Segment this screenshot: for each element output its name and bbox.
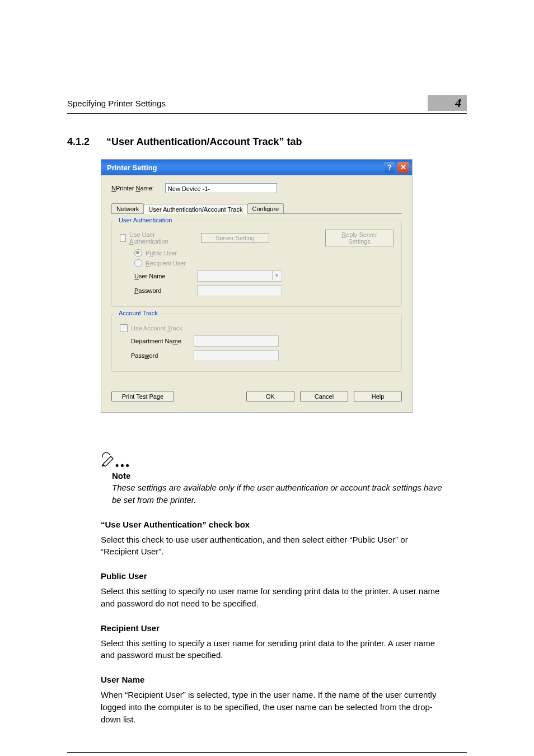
heading-use-user-auth: “Use User Authentication” check box: [101, 520, 467, 529]
tab-network[interactable]: Network: [111, 203, 144, 213]
server-setting-button[interactable]: Server Setting: [201, 233, 269, 243]
print-test-page-button[interactable]: Print Test Page: [111, 391, 174, 402]
para-public-user: Select this setting to specify no user n…: [101, 585, 442, 610]
group-user-auth: User Authentication Use User Authenticat…: [111, 221, 402, 307]
section-number: 4.1.2: [67, 136, 90, 148]
use-user-auth-label: Use User Authentication: [129, 231, 179, 245]
use-account-track-checkbox[interactable]: [120, 324, 128, 332]
section-heading: 4.1.2“User Authentication/Account Track”…: [67, 136, 467, 148]
note-icon: •••: [101, 452, 467, 469]
group-account-track: Account Track Use Account Track Departme…: [111, 314, 402, 372]
note-body: These settings are available only if the…: [112, 482, 442, 506]
printer-name-input[interactable]: New Device -1-: [165, 183, 277, 193]
heading-user-name: User Name: [101, 675, 467, 684]
user-name-label: User Name: [134, 273, 185, 279]
tab-row: Network User Authentication/Account Trac…: [111, 203, 402, 214]
tab-configure[interactable]: Configure: [247, 203, 284, 213]
track-password-label: Password: [131, 352, 181, 359]
public-user-radio[interactable]: [134, 249, 142, 257]
recipient-user-radio[interactable]: [134, 259, 142, 267]
close-icon[interactable]: ✕: [397, 162, 409, 173]
section-title: “User Authentication/Account Track” tab: [106, 136, 302, 147]
help-icon[interactable]: ?: [384, 162, 395, 173]
para-recipient-user: Select this setting to specify a user na…: [101, 637, 442, 662]
tab-auth-track[interactable]: User Authentication/Account Track: [143, 204, 247, 214]
printer-setting-dialog: Printer Setting ? ✕ NPrinter Name:Printe…: [101, 159, 413, 413]
help-button[interactable]: Help: [354, 391, 402, 402]
recipient-user-label: Recipient User: [146, 260, 186, 267]
use-user-auth-checkbox[interactable]: [120, 234, 126, 242]
group-account-track-legend: Account Track: [116, 310, 160, 316]
use-account-track-label: Use Account Track: [131, 325, 182, 332]
cancel-button[interactable]: Cancel: [300, 391, 348, 402]
password-label: Password: [134, 287, 185, 294]
chapter-box: 4: [428, 95, 467, 111]
ok-button[interactable]: OK: [246, 391, 294, 402]
dialog-title: Printer Setting: [107, 164, 157, 172]
dialog-titlebar: Printer Setting ? ✕: [101, 160, 412, 175]
note-heading: Note: [112, 471, 467, 480]
running-header: Specifying Printer Settings: [67, 99, 428, 108]
public-user-label: Public User: [146, 250, 177, 256]
note-dots-icon: •••: [115, 460, 131, 472]
user-name-combo[interactable]: [197, 270, 282, 282]
printer-name-label: NPrinter Name:Printer Name:: [111, 185, 154, 192]
heading-public-user: Public User: [101, 571, 467, 581]
track-password-input[interactable]: [194, 350, 279, 361]
dept-name-label: Department Name: [131, 338, 181, 344]
para-user-name: When “Recipient User” is selected, type …: [101, 689, 442, 725]
heading-recipient-user: Recipient User: [101, 623, 467, 633]
password-input[interactable]: [197, 285, 282, 296]
para-use-user-auth: Select this check to use user authentica…: [101, 534, 442, 558]
group-user-auth-legend: User Authentication: [116, 217, 174, 223]
dept-name-input[interactable]: [194, 335, 279, 347]
reply-server-button[interactable]: Reply Server Settings: [325, 230, 394, 246]
